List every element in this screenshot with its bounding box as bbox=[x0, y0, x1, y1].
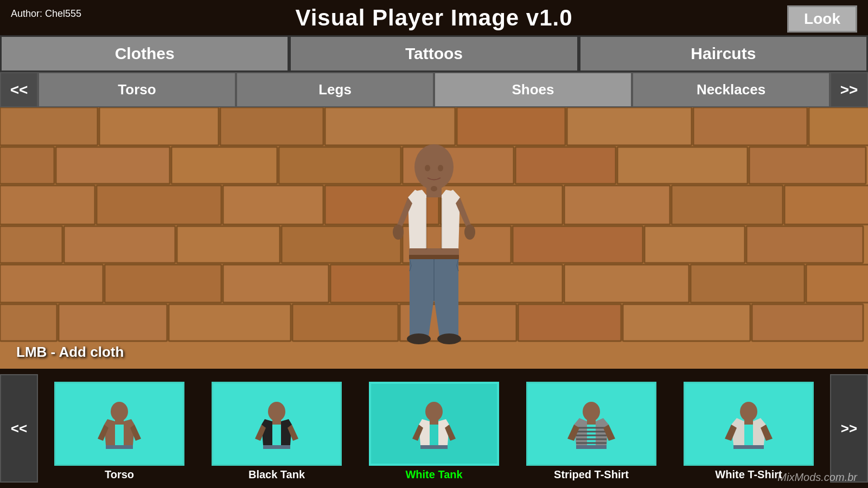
svg-point-60 bbox=[438, 165, 443, 171]
look-button[interactable]: Look bbox=[787, 5, 857, 33]
svg-rect-66 bbox=[272, 419, 281, 425]
sub-tab-legs[interactable]: Legs bbox=[236, 72, 434, 107]
svg-rect-69 bbox=[430, 419, 438, 425]
item-striped-tshirt[interactable]: Striped T-Shirt bbox=[526, 382, 656, 481]
item-label-white-tshirt: White T-Shirt bbox=[715, 468, 782, 481]
svg-rect-63 bbox=[115, 419, 124, 425]
item-label-black-tank: Black Tank bbox=[248, 468, 305, 481]
item-label-white-tank: White Tank bbox=[405, 468, 462, 481]
item-thumbnail-white-tank bbox=[369, 382, 499, 466]
tab-haircuts[interactable]: Haircuts bbox=[579, 35, 868, 72]
character-svg bbox=[358, 141, 510, 369]
svg-point-50 bbox=[414, 144, 454, 190]
svg-point-58 bbox=[437, 333, 461, 344]
top-bar: Author: Chel555 Visual Player Image v1.0… bbox=[0, 0, 868, 35]
striped-icon bbox=[564, 396, 618, 451]
item-thumbnail-black-tank bbox=[212, 382, 342, 466]
watermark: MixMods.com.br bbox=[777, 471, 857, 484]
svg-point-61 bbox=[431, 186, 437, 191]
white-tank-icon bbox=[407, 396, 461, 451]
sub-tabs: << Torso Legs Shoes Necklaces >> bbox=[0, 72, 868, 107]
svg-rect-78 bbox=[576, 445, 607, 449]
svg-rect-67 bbox=[263, 445, 290, 449]
svg-rect-54 bbox=[409, 248, 459, 256]
lmb-hint: LMB - Add cloth bbox=[16, 344, 124, 361]
svg-rect-72 bbox=[587, 419, 596, 425]
svg-point-68 bbox=[425, 402, 443, 421]
torso-icon bbox=[92, 396, 146, 451]
item-label-torso: Torso bbox=[105, 468, 134, 481]
items-row: << Torso bbox=[0, 369, 868, 488]
black-tank-icon bbox=[250, 396, 304, 451]
sub-tab-shoes[interactable]: Shoes bbox=[434, 72, 632, 107]
svg-rect-70 bbox=[420, 445, 448, 449]
svg-point-71 bbox=[583, 402, 600, 421]
item-white-tshirt[interactable]: White T-Shirt bbox=[684, 382, 814, 481]
svg-rect-55 bbox=[409, 255, 459, 259]
svg-rect-80 bbox=[744, 419, 753, 425]
item-torso[interactable]: Torso bbox=[54, 382, 184, 481]
svg-point-79 bbox=[740, 402, 757, 421]
item-thumbnail-torso bbox=[54, 382, 184, 466]
tab-clothes[interactable]: Clothes bbox=[0, 35, 289, 72]
svg-rect-64 bbox=[106, 445, 133, 449]
item-thumbnail-striped bbox=[526, 382, 656, 466]
tab-tattoos[interactable]: Tattoos bbox=[289, 35, 578, 72]
svg-point-52 bbox=[393, 224, 404, 240]
svg-point-53 bbox=[464, 224, 475, 240]
svg-point-65 bbox=[268, 402, 285, 421]
item-white-tank[interactable]: White Tank bbox=[369, 382, 499, 481]
svg-point-59 bbox=[425, 165, 430, 171]
author-label: Author: Chel555 bbox=[11, 8, 81, 20]
category-tabs: Clothes Tattoos Haircuts bbox=[0, 35, 868, 72]
sub-tab-necklaces[interactable]: Necklaces bbox=[632, 72, 830, 107]
items-container: Torso Black Tank bbox=[38, 376, 830, 481]
item-label-striped-tshirt: Striped T-Shirt bbox=[554, 468, 629, 481]
character-display bbox=[326, 107, 542, 369]
svg-point-62 bbox=[111, 402, 128, 421]
items-prev-button[interactable]: << bbox=[0, 374, 38, 483]
item-thumbnail-white-tshirt bbox=[684, 382, 814, 466]
item-black-tank[interactable]: Black Tank bbox=[212, 382, 342, 481]
svg-rect-81 bbox=[733, 445, 764, 449]
items-next-button[interactable]: >> bbox=[830, 374, 868, 483]
svg-point-57 bbox=[407, 333, 431, 344]
white-tshirt-icon bbox=[722, 396, 776, 451]
sub-prev-button[interactable]: << bbox=[0, 72, 38, 107]
sub-tab-torso[interactable]: Torso bbox=[38, 72, 236, 107]
app-title: Visual Player Image v1.0 bbox=[295, 5, 572, 31]
sub-next-button[interactable]: >> bbox=[830, 72, 868, 107]
